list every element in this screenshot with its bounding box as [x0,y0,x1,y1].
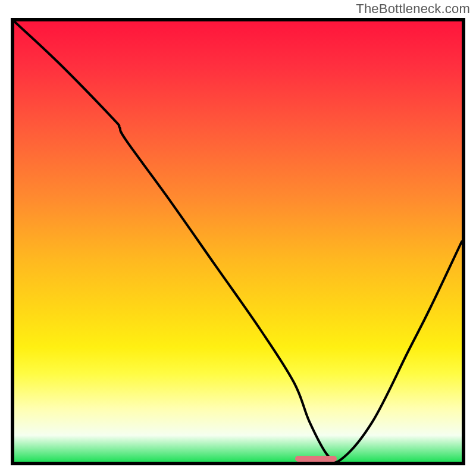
plot-frame [11,18,465,465]
bottleneck-curve [14,21,462,462]
optimal-range-marker [295,456,337,462]
attribution-text: TheBottleneck.com [356,1,470,17]
curve-path [14,21,462,462]
chart-viewport: TheBottleneck.com [0,0,476,476]
